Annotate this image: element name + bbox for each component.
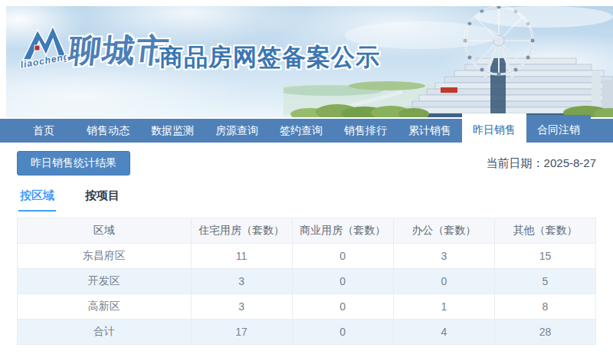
header-commercial: 商业用房（套数） xyxy=(292,218,393,244)
nav-item-sales-dynamics[interactable]: 销售动态 xyxy=(76,119,140,143)
site-banner: liaocheng 聊城市 商品房网签备案公示 xyxy=(6,6,613,117)
cell-commercial: 0 xyxy=(292,269,393,294)
nav-item-listing-query[interactable]: 房源查询 xyxy=(205,119,269,143)
cell-residential: 3 xyxy=(191,294,292,320)
cell-residential: 17 xyxy=(191,320,292,345)
cell-other: 15 xyxy=(494,244,595,269)
cell-commercial: 0 xyxy=(292,320,393,345)
content-top-row: 昨日销售统计结果 当前日期：2025-8-27 xyxy=(0,143,613,175)
nav-item-yesterday-sales[interactable]: 昨日销售 xyxy=(462,113,526,143)
content-area: 昨日销售统计结果 当前日期：2025-8-27 按区域 按项目 区域 住宅用房（… xyxy=(0,143,613,364)
cell-commercial: 0 xyxy=(292,294,393,320)
header-office: 办公（套数） xyxy=(393,218,494,244)
cell-other: 28 xyxy=(494,320,595,345)
cell-region: 东昌府区 xyxy=(18,244,192,269)
nav-item-sales-ranking[interactable]: 销售排行 xyxy=(333,119,398,143)
table-header-row: 区域 住宅用房（套数） 商业用房（套数） 办公（套数） 其他（套数） xyxy=(18,218,596,244)
cell-region: 开发区 xyxy=(18,269,192,294)
cell-office: 3 xyxy=(393,244,494,269)
header-other: 其他（套数） xyxy=(494,218,595,244)
table-row: 开发区 3 0 0 5 xyxy=(18,269,596,294)
header-residential: 住宅用房（套数） xyxy=(191,218,292,244)
cityscape-ferris-wheel-image xyxy=(284,6,613,117)
current-date-value: 2025-8-27 xyxy=(544,156,596,169)
tab-by-region[interactable]: 按区域 xyxy=(18,189,56,212)
current-date: 当前日期：2025-8-27 xyxy=(487,156,596,171)
cell-residential: 11 xyxy=(191,244,292,269)
cell-other: 8 xyxy=(494,294,595,320)
tab-by-project[interactable]: 按项目 xyxy=(84,189,121,212)
page: liaocheng 聊城市 商品房网签备案公示 xyxy=(0,0,613,364)
cell-region: 高新区 xyxy=(18,294,192,320)
current-date-label: 当前日期： xyxy=(487,156,544,169)
cell-office: 4 xyxy=(393,320,494,345)
header-region: 区域 xyxy=(18,218,192,244)
sales-table: 区域 住宅用房（套数） 商业用房（套数） 办公（套数） 其他（套数） 东昌府区 … xyxy=(17,218,596,345)
nav-item-contract-cancellation[interactable]: 合同注销 xyxy=(526,115,591,143)
table-row: 东昌府区 11 0 3 15 xyxy=(18,244,596,269)
table-row: 高新区 3 0 1 8 xyxy=(18,294,596,320)
cell-office: 0 xyxy=(393,269,494,294)
nav-item-data-monitoring[interactable]: 数据监测 xyxy=(140,119,205,143)
main-nav: 首页 销售动态 数据监测 房源查询 签约查询 销售排行 累计销售 昨日销售 合同… xyxy=(0,119,613,143)
nav-item-contract-query[interactable]: 签约查询 xyxy=(269,119,333,143)
cell-office: 1 xyxy=(393,294,494,320)
yesterday-sales-stats-button[interactable]: 昨日销售统计结果 xyxy=(17,151,130,175)
city-name: 聊城市 xyxy=(67,29,172,72)
nav-item-home[interactable]: 首页 xyxy=(11,119,76,143)
cell-other: 5 xyxy=(494,269,595,294)
cell-region: 合计 xyxy=(18,320,192,345)
cell-commercial: 0 xyxy=(292,244,393,269)
view-tabs: 按区域 按项目 xyxy=(0,175,613,212)
nav-item-cumulative-sales[interactable]: 累计销售 xyxy=(398,119,462,143)
table-row-total: 合计 17 0 4 28 xyxy=(18,320,596,345)
cell-residential: 3 xyxy=(191,269,292,294)
